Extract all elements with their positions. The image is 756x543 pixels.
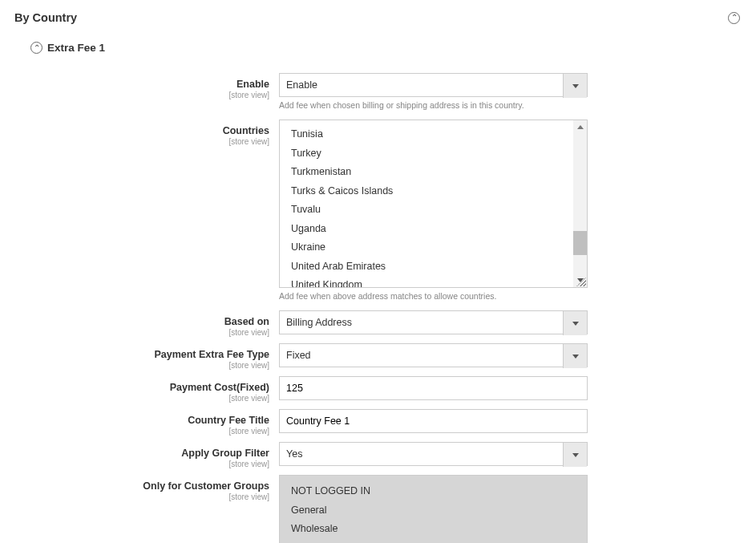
country-option[interactable]: Turkmenistan xyxy=(280,163,573,182)
scope-label: [store view] xyxy=(30,492,269,501)
customer-group-option[interactable]: Wholesale xyxy=(280,520,587,539)
caret-down-icon xyxy=(572,84,579,88)
fee-type-select-value: Fixed xyxy=(286,350,311,361)
scope-label: [store view] xyxy=(30,328,269,337)
scope-label: [store view] xyxy=(30,427,269,436)
fee-cost-label: Payment Cost(Fixed) xyxy=(170,382,269,393)
scrollbar-thumb[interactable] xyxy=(573,231,587,255)
customer-group-option[interactable]: General xyxy=(280,501,587,521)
enable-select-value: Enable xyxy=(286,79,317,91)
dropdown-button[interactable] xyxy=(563,74,587,98)
scope-label: [store view] xyxy=(30,394,269,403)
customer-groups-multiselect[interactable]: NOT LOGGED IN General Wholesale Retailer xyxy=(279,475,588,543)
resize-handle-icon[interactable] xyxy=(576,277,586,286)
subsection-header[interactable]: ⌃ Extra Fee 1 xyxy=(30,42,745,54)
country-option[interactable]: Turks & Caicos Islands xyxy=(280,182,573,201)
scope-label: [store view] xyxy=(30,91,269,99)
customer-group-option[interactable]: Retailer xyxy=(280,539,587,544)
enable-select[interactable]: Enable xyxy=(279,73,588,97)
customer-groups-label: Only for Customer Groups xyxy=(143,480,269,492)
section-title[interactable]: By Country xyxy=(14,11,77,24)
customer-group-option[interactable]: NOT LOGGED IN xyxy=(280,482,587,501)
countries-label: Countries xyxy=(223,125,269,136)
scroll-up-button[interactable] xyxy=(573,120,587,134)
country-option[interactable]: United Arab Emirates xyxy=(280,257,573,277)
country-option[interactable]: Tunisia xyxy=(280,125,573,144)
caret-down-icon xyxy=(572,355,579,359)
fee-title-input[interactable] xyxy=(279,409,588,433)
scope-label: [store view] xyxy=(30,361,269,370)
country-option[interactable]: Tuvalu xyxy=(280,201,573,220)
group-filter-label: Apply Group Filter xyxy=(181,448,269,459)
based-on-label: Based on xyxy=(224,316,269,327)
scrollbar-track[interactable] xyxy=(573,120,587,287)
caret-down-icon xyxy=(572,453,579,457)
country-option[interactable]: Ukraine xyxy=(280,238,573,257)
enable-label: Enable xyxy=(237,79,269,90)
group-filter-select[interactable]: Yes xyxy=(279,442,588,466)
scope-label: [store view] xyxy=(30,460,269,468)
dropdown-button[interactable] xyxy=(563,311,587,335)
fee-type-label: Payment Extra Fee Type xyxy=(154,349,269,360)
caret-down-icon xyxy=(572,322,579,326)
dropdown-button[interactable] xyxy=(563,443,587,467)
country-option[interactable]: United Kingdom xyxy=(280,276,573,288)
scroll-down-button[interactable] xyxy=(573,274,587,287)
dropdown-button[interactable] xyxy=(563,344,587,368)
chevron-up-icon: ⌃ xyxy=(34,44,40,52)
countries-help-text: Add fee when above address matches to al… xyxy=(279,291,588,301)
subsection-title: Extra Fee 1 xyxy=(47,42,105,54)
based-on-select-value: Billing Address xyxy=(286,317,352,328)
based-on-select[interactable]: Billing Address xyxy=(279,310,588,334)
subsection-collapse-icon: ⌃ xyxy=(30,42,42,54)
scope-label: [store view] xyxy=(30,137,269,146)
country-option[interactable]: Uganda xyxy=(280,220,573,239)
triangle-up-icon xyxy=(577,125,584,129)
fee-title-label: Country Fee Title xyxy=(188,415,269,426)
fee-type-select[interactable]: Fixed xyxy=(279,343,588,367)
chevron-up-icon: ⌃ xyxy=(731,14,738,22)
section-collapse-icon[interactable]: ⌃ xyxy=(728,12,740,24)
country-option[interactable]: Turkey xyxy=(280,144,573,164)
countries-multiselect[interactable]: Tunisia Turkey Turkmenistan Turks & Caic… xyxy=(279,120,588,288)
enable-help-text: Add fee when chosen billing or shipping … xyxy=(279,100,588,110)
fee-cost-input[interactable] xyxy=(279,376,588,400)
triangle-down-icon xyxy=(577,278,584,282)
group-filter-select-value: Yes xyxy=(286,448,302,460)
